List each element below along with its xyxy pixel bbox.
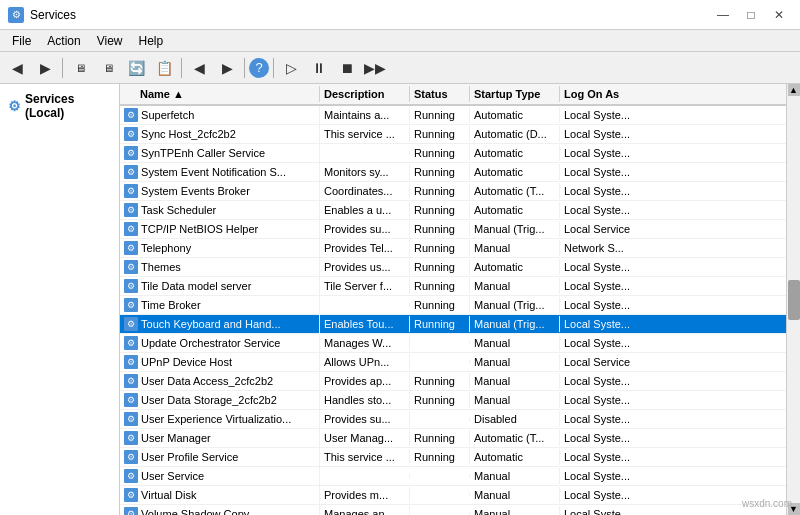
toolbar-show-action-pane[interactable]: 🖥 <box>95 56 121 80</box>
service-name-cell: ⚙ Time Broker <box>120 296 320 314</box>
service-logon-cell: Local Syste... <box>560 145 640 161</box>
service-icon: ⚙ <box>124 260 138 274</box>
service-name-text: Tile Data model server <box>141 280 251 292</box>
table-row[interactable]: ⚙ Update Orchestrator Service Manages W.… <box>120 334 786 353</box>
table-row[interactable]: ⚙ Time Broker Running Manual (Trig... Lo… <box>120 296 786 315</box>
table-row[interactable]: ⚙ System Event Notification S... Monitor… <box>120 163 786 182</box>
service-startup-cell: Manual <box>470 487 560 503</box>
service-icon: ⚙ <box>124 374 138 388</box>
table-row[interactable]: ⚙ Telephony Provides Tel... Running Manu… <box>120 239 786 258</box>
service-desc-cell: Coordinates... <box>320 183 410 199</box>
scrollbar[interactable]: ▲ ▼ <box>786 84 800 515</box>
menu-help[interactable]: Help <box>131 32 172 50</box>
table-row[interactable]: ⚙ Tile Data model server Tile Server f..… <box>120 277 786 296</box>
table-row[interactable]: ⚙ User Experience Virtualizatio... Provi… <box>120 410 786 429</box>
table-row[interactable]: ⚙ User Service Manual Local Syste... <box>120 467 786 486</box>
service-status-cell: Running <box>410 449 470 465</box>
service-name-cell: ⚙ User Service <box>120 467 320 485</box>
service-name-text: System Events Broker <box>141 185 250 197</box>
service-logon-cell: Local Syste... <box>560 202 640 218</box>
service-name-cell: ⚙ Superfetch <box>120 106 320 124</box>
service-name-text: Superfetch <box>141 109 194 121</box>
service-startup-cell: Manual <box>470 506 560 515</box>
col-header-desc[interactable]: Description <box>320 86 410 102</box>
service-name-cell: ⚙ TCP/IP NetBIOS Helper <box>120 220 320 238</box>
table-row[interactable]: ⚙ Themes Provides us... Running Automati… <box>120 258 786 277</box>
maximize-button[interactable]: □ <box>738 5 764 25</box>
service-icon: ⚙ <box>124 412 138 426</box>
toolbar-refresh[interactable]: 🔄 <box>123 56 149 80</box>
table-row[interactable]: ⚙ User Manager User Manag... Running Aut… <box>120 429 786 448</box>
service-name-text: User Data Storage_2cfc2b2 <box>141 394 277 406</box>
table-row[interactable]: ⚙ UPnP Device Host Allows UPn... Manual … <box>120 353 786 372</box>
toolbar-show-console-tree[interactable]: 🖥 <box>67 56 93 80</box>
service-icon: ⚙ <box>124 222 138 236</box>
table-row[interactable]: ⚙ System Events Broker Coordinates... Ru… <box>120 182 786 201</box>
table-row[interactable]: ⚙ Superfetch Maintains a... Running Auto… <box>120 106 786 125</box>
table-row[interactable]: ⚙ User Data Access_2cfc2b2 Provides ap..… <box>120 372 786 391</box>
service-icon: ⚙ <box>124 184 138 198</box>
service-name-cell: ⚙ User Profile Service <box>120 448 320 466</box>
toolbar-pause-service[interactable]: ⏸ <box>306 56 332 80</box>
service-desc-cell: Allows UPn... <box>320 354 410 370</box>
table-row[interactable]: ⚙ TCP/IP NetBIOS Helper Provides su... R… <box>120 220 786 239</box>
toolbar-back[interactable]: ◀ <box>4 56 30 80</box>
menu-file[interactable]: File <box>4 32 39 50</box>
services-icon: ⚙ <box>8 98 21 114</box>
service-name-text: User Experience Virtualizatio... <box>141 413 291 425</box>
col-header-startup[interactable]: Startup Type <box>470 86 560 102</box>
toolbar-restart-service[interactable]: ▶▶ <box>362 56 388 80</box>
service-name-cell: ⚙ SynTPEnh Caller Service <box>120 144 320 162</box>
service-name-cell: ⚙ User Manager <box>120 429 320 447</box>
close-button[interactable]: ✕ <box>766 5 792 25</box>
table-row[interactable]: ⚙ Virtual Disk Provides m... Manual Loca… <box>120 486 786 505</box>
toolbar-next-view[interactable]: ▶ <box>214 56 240 80</box>
left-panel: ⚙ Services (Local) <box>0 84 120 515</box>
toolbar-prev-view[interactable]: ◀ <box>186 56 212 80</box>
toolbar-start-service[interactable]: ▷ <box>278 56 304 80</box>
service-startup-cell: Automatic <box>470 145 560 161</box>
toolbar-export[interactable]: 📋 <box>151 56 177 80</box>
table-row[interactable]: ⚙ Touch Keyboard and Hand... Enables Tou… <box>120 315 786 334</box>
service-name-text: System Event Notification S... <box>141 166 286 178</box>
service-startup-cell: Manual (Trig... <box>470 316 560 332</box>
window-controls[interactable]: — □ ✕ <box>710 5 792 25</box>
minimize-button[interactable]: — <box>710 5 736 25</box>
service-logon-cell: Local Syste... <box>560 335 640 351</box>
service-status-cell: Running <box>410 126 470 142</box>
service-status-cell <box>410 417 470 421</box>
service-status-cell <box>410 474 470 478</box>
menu-view[interactable]: View <box>89 32 131 50</box>
table-row[interactable]: ⚙ User Profile Service This service ... … <box>120 448 786 467</box>
toolbar-help[interactable]: ? <box>249 58 269 78</box>
service-name-text: User Data Access_2cfc2b2 <box>141 375 273 387</box>
service-startup-cell: Automatic (D... <box>470 126 560 142</box>
col-header-logon[interactable]: Log On As <box>560 86 640 102</box>
toolbar-forward[interactable]: ▶ <box>32 56 58 80</box>
title-bar: ⚙ Services — □ ✕ <box>0 0 800 30</box>
table-row[interactable]: ⚙ Sync Host_2cfc2b2 This service ... Run… <box>120 125 786 144</box>
col-header-status[interactable]: Status <box>410 86 470 102</box>
service-name-cell: ⚙ Tile Data model server <box>120 277 320 295</box>
service-desc-cell <box>320 303 410 307</box>
service-desc-cell: User Manag... <box>320 430 410 446</box>
service-startup-cell: Manual <box>470 354 560 370</box>
table-row[interactable]: ⚙ SynTPEnh Caller Service Running Automa… <box>120 144 786 163</box>
scroll-thumb[interactable] <box>788 280 800 320</box>
service-desc-cell: Provides Tel... <box>320 240 410 256</box>
scroll-up-button[interactable]: ▲ <box>788 84 800 96</box>
service-name-text: Update Orchestrator Service <box>141 337 280 349</box>
service-icon: ⚙ <box>124 279 138 293</box>
service-name-text: Time Broker <box>141 299 201 311</box>
service-desc-cell: Provides su... <box>320 221 410 237</box>
service-startup-cell: Automatic (T... <box>470 183 560 199</box>
table-row[interactable]: ⚙ User Data Storage_2cfc2b2 Handles sto.… <box>120 391 786 410</box>
col-header-name[interactable]: Name ▲ <box>120 86 320 102</box>
menu-action[interactable]: Action <box>39 32 88 50</box>
service-status-cell: Running <box>410 164 470 180</box>
service-desc-cell: Monitors sy... <box>320 164 410 180</box>
service-status-cell: Running <box>410 221 470 237</box>
toolbar-stop-service[interactable]: ⏹ <box>334 56 360 80</box>
table-row[interactable]: ⚙ Volume Shadow Copy Manages an... Manua… <box>120 505 786 515</box>
table-row[interactable]: ⚙ Task Scheduler Enables a u... Running … <box>120 201 786 220</box>
